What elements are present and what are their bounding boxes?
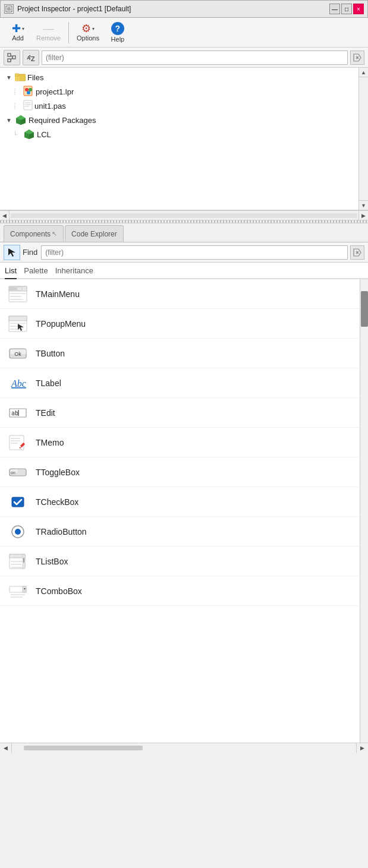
toolbar-divider-1: [68, 22, 69, 43]
tree-panel: ▼ Files ┊: [0, 68, 368, 210]
list-item-tcheckbox[interactable]: TCheckBox: [0, 487, 360, 517]
component-list-content: TMainMenu TPopupMenu: [0, 279, 360, 743]
lcl-label: LCL: [37, 130, 51, 139]
subtab-inheritance-label: Inheritance: [55, 266, 93, 275]
scroll-up-arrow[interactable]: ▲: [359, 68, 369, 77]
sub-tab-bar: List Palette Inheritance: [0, 263, 368, 279]
svg-text:Abc: Abc: [11, 378, 26, 389]
find-filter-clear[interactable]: [350, 245, 364, 260]
add-icon: ✚: [12, 23, 21, 34]
req-pkg-arrow[interactable]: ▼: [5, 116, 13, 124]
tmemo-icon: [7, 432, 29, 453]
comp-hscroll-track: [24, 746, 143, 750]
tab-code-explorer[interactable]: Code Explorer: [65, 225, 124, 242]
project-filter-input[interactable]: [42, 50, 348, 65]
options-button[interactable]: ⚙ ▾ Options: [74, 20, 102, 46]
scroll-down-arrow[interactable]: ▼: [359, 200, 369, 210]
remove-icon: —: [43, 23, 54, 34]
list-item-tpopupmenu[interactable]: TPopupMenu: [0, 309, 360, 339]
project-filter-clear[interactable]: [350, 50, 364, 65]
lcl-connector: └: [13, 131, 21, 138]
tmemo-label: TMemo: [36, 438, 64, 447]
svg-text:on: on: [11, 471, 15, 475]
subtab-palette[interactable]: Palette: [24, 266, 48, 279]
list-item-tlistbox[interactable]: TListBox: [0, 547, 360, 576]
help-button[interactable]: ? Help: [105, 20, 131, 46]
cursor-icon: ↖: [52, 230, 57, 238]
svg-point-19: [29, 88, 32, 91]
svg-marker-25: [8, 248, 15, 257]
help-label: Help: [111, 36, 125, 43]
subtab-list[interactable]: List: [5, 266, 17, 279]
ttogglebox-label: TToggleBox: [36, 468, 80, 477]
title-bar-title: Project Inspector - project1 [Default]: [17, 5, 326, 13]
sort-icon: A Z: [26, 53, 36, 62]
list-item-tedit[interactable]: ab TEdit: [0, 398, 360, 428]
lcl-icon: [23, 128, 35, 141]
comp-hscroll-right[interactable]: ▶: [356, 743, 368, 753]
add-button[interactable]: ✚ ▾ Add: [5, 20, 31, 46]
tree-row-files[interactable]: ▼ Files: [0, 70, 358, 84]
remove-button[interactable]: — Remove: [33, 20, 64, 46]
tree-hscrollbar[interactable]: ◀ ▶: [0, 210, 368, 220]
tree-row-required-packages[interactable]: ▼ Required Packages: [0, 113, 358, 127]
component-scroll-thumb[interactable]: [361, 291, 368, 327]
list-item-tradiobutton[interactable]: TRadioButton: [0, 517, 360, 547]
svg-text:Ok: Ok: [14, 351, 21, 357]
svg-rect-16: [15, 74, 19, 76]
req-pkg-icon: [15, 114, 27, 127]
tree-row-lpr[interactable]: ┊ project1.lpr: [0, 84, 358, 99]
title-bar: Project Inspector - project1 [Default] —…: [0, 0, 368, 18]
tbutton-icon: Ok: [7, 343, 29, 364]
cursor-mode-button[interactable]: [4, 245, 20, 260]
list-item-tlabel[interactable]: Abc TLabel: [0, 368, 360, 398]
tlistbox-icon: [7, 551, 29, 572]
bottom-panel: Components ↖ Code Explorer Find List: [0, 223, 368, 752]
comp-hscroll-left[interactable]: ◀: [0, 743, 12, 753]
lpr-label: project1.lpr: [36, 87, 74, 96]
sort-button[interactable]: A Z: [23, 50, 39, 65]
tree-icon: [7, 53, 17, 62]
list-item-ttogglebox[interactable]: on TToggleBox: [0, 457, 360, 487]
close-button[interactable]: ×: [353, 4, 364, 14]
hscroll-right-arrow[interactable]: ▶: [358, 211, 368, 220]
tpopupmenu-label: TPopupMenu: [36, 319, 86, 329]
find-input[interactable]: [41, 245, 348, 260]
tab-bar: Components ↖ Code Explorer: [0, 223, 368, 242]
tree-row-pas[interactable]: ┊ unit1.pas: [0, 99, 358, 113]
list-item-tbutton[interactable]: Ok TButton: [0, 339, 360, 368]
add-label: Add: [12, 34, 24, 42]
tree-scrollbar[interactable]: ▲ ▼: [358, 68, 368, 210]
tcombobox-icon: [7, 580, 29, 602]
hscroll-left-arrow[interactable]: ◀: [0, 211, 10, 220]
list-item-tcombobox[interactable]: TComboBox: [0, 576, 360, 606]
svg-text:Z: Z: [31, 55, 35, 62]
tab-components-label: Components: [10, 230, 51, 238]
list-item-tmainmenu[interactable]: TMainMenu: [0, 279, 360, 309]
tcombobox-label: TComboBox: [36, 586, 82, 596]
list-item-tmemo[interactable]: TMemo: [0, 428, 360, 457]
tree-row-lcl[interactable]: └ LCL: [0, 127, 358, 141]
tab-components[interactable]: Components ↖: [4, 225, 64, 242]
component-hscrollbar[interactable]: ◀ ▶: [0, 743, 368, 752]
svg-point-60: [15, 529, 21, 535]
tree-view-button[interactable]: [4, 50, 20, 65]
tcheckbox-label: TCheckBox: [36, 497, 78, 507]
subtab-inheritance[interactable]: Inheritance: [55, 266, 93, 279]
component-list-scrollbar[interactable]: [360, 279, 368, 743]
svg-rect-49: [10, 435, 24, 450]
svg-rect-67: [23, 558, 24, 563]
tradiobutton-icon: [7, 521, 29, 542]
tlistbox-label: TListBox: [36, 557, 68, 566]
files-arrow[interactable]: ▼: [5, 73, 13, 81]
tedit-icon: ab: [7, 402, 29, 424]
minimize-button[interactable]: —: [329, 4, 340, 14]
tmainmenu-label: TMainMenu: [36, 289, 80, 299]
restore-button[interactable]: □: [341, 4, 352, 14]
tmainmenu-icon: [7, 283, 29, 305]
tree-content: ▼ Files ┊: [0, 68, 358, 210]
options-label: Options: [77, 34, 99, 42]
tlabel-label: TLabel: [36, 378, 61, 388]
add-dropdown-arrow: ▾: [22, 26, 24, 31]
tedit-label: TEdit: [36, 408, 55, 418]
